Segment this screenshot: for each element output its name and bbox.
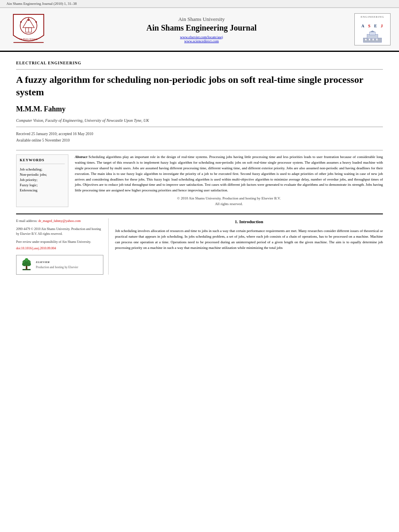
keyword-3: Job priority; bbox=[20, 178, 65, 182]
abstract-copyright: © 2010 Ain Shams University. Production … bbox=[75, 196, 383, 207]
asej-a1: A bbox=[362, 24, 365, 28]
journal-bar: Ain Shams Engineering Journal (2010) 1, … bbox=[0, 0, 399, 8]
elsevier-text: ELSEVIER Production and hosting by Elsev… bbox=[36, 260, 78, 269]
keywords-title: KEYWORDS bbox=[20, 158, 65, 164]
journal-link-2[interactable]: www.sciencedirect.com bbox=[51, 39, 352, 43]
email-label: E-mail address: bbox=[16, 219, 37, 223]
intro-text: Job scheduling involves allocation of re… bbox=[115, 228, 383, 251]
svg-marker-12 bbox=[370, 31, 376, 32]
svg-point-4 bbox=[20, 21, 22, 23]
svg-point-24 bbox=[25, 258, 28, 261]
svg-point-5 bbox=[35, 21, 37, 23]
asej-top-label: ENGINEERING bbox=[361, 15, 384, 18]
asej-e: E bbox=[374, 24, 378, 28]
svg-point-6 bbox=[28, 19, 29, 21]
asej-logo: ENGINEERING A S E J bbox=[354, 13, 391, 45]
keyword-4: Fuzzy logic; bbox=[20, 183, 65, 187]
doi-link[interactable]: doi:10.1016/j.asej.2010.09.004 bbox=[16, 246, 56, 250]
journal-citation: Ain Shams Engineering Journal (2010) 1, … bbox=[6, 2, 77, 6]
peer-review: Peer review under responsibility of Ain … bbox=[16, 240, 103, 244]
asej-j: J bbox=[380, 24, 383, 28]
svg-text:Ain Shams University: Ain Shams University bbox=[20, 38, 38, 40]
divider-3 bbox=[16, 150, 383, 150]
footer-notes: E-mail address: dr_maged_fahmy@yahoo.com… bbox=[16, 218, 383, 275]
intro-heading: 1. Introduction bbox=[115, 218, 383, 225]
asej-s: S bbox=[368, 24, 371, 28]
footer-left: E-mail address: dr_maged_fahmy@yahoo.com… bbox=[16, 218, 109, 275]
introduction-column: 1. Introduction Job scheduling involves … bbox=[115, 218, 383, 251]
footer-copyright-text: 2090-4479 © 2010 Ain Shams University. P… bbox=[16, 227, 101, 236]
svg-point-21 bbox=[26, 262, 31, 266]
abstract-label: Abstract bbox=[75, 155, 87, 159]
asej-logo-container: ENGINEERING A S E J bbox=[352, 11, 393, 47]
svg-point-22 bbox=[23, 261, 25, 263]
keywords-box: KEYWORDS Job scheduling; Non-periodic jo… bbox=[16, 154, 68, 207]
svg-rect-11 bbox=[370, 32, 376, 35]
keyword-2: Non-periodic jobs; bbox=[20, 173, 65, 177]
header-center: Ain Shams University Ain Shams Engineeri… bbox=[51, 16, 352, 43]
main-content: ELECTRICAL ENGINEERING A fuzzy algorithm… bbox=[0, 52, 399, 279]
email-section: E-mail address: dr_maged_fahmy@yahoo.com bbox=[16, 218, 103, 224]
svg-rect-8 bbox=[13, 42, 44, 43]
asej-letters: A S E J bbox=[362, 19, 384, 30]
paper-title: A fuzzy algorithm for scheduling non-per… bbox=[16, 74, 383, 99]
affiliation: Computer Vision, Faculty of Engineering,… bbox=[16, 118, 383, 123]
peer-review-text: Peer review under responsibility of Ain … bbox=[16, 240, 91, 244]
header: Ain Shams University Ain Shams Universit… bbox=[0, 8, 399, 52]
received-date: Received 25 January 2010; accepted 16 Ma… bbox=[16, 131, 383, 137]
journal-links: www.elsevier.com/locate/asej www.science… bbox=[51, 35, 352, 43]
rights-text: All rights reserved. bbox=[215, 202, 243, 206]
author-name: M.M.M. Fahmy bbox=[16, 105, 383, 113]
journal-link-1[interactable]: www.elsevier.com/locate/asej bbox=[51, 35, 352, 39]
svg-rect-14 bbox=[369, 39, 370, 41]
svg-rect-16 bbox=[376, 39, 378, 41]
university-name: Ain Shams University bbox=[51, 16, 352, 23]
abstract-body: Scheduling algorithms play an important … bbox=[75, 155, 383, 193]
asej-building-icon bbox=[360, 31, 385, 43]
divider-1 bbox=[16, 69, 383, 70]
journal-name: Ain Shams Engineering Journal bbox=[51, 23, 352, 33]
dates: Received 25 January 2010; accepted 16 Ma… bbox=[16, 131, 383, 143]
elsevier-box: ELSEVIER Production and hosting by Elsev… bbox=[16, 255, 103, 275]
section-label: ELECTRICAL ENGINEERING bbox=[16, 61, 383, 65]
page: Ain Shams Engineering Journal (2010) 1, … bbox=[0, 0, 399, 532]
elsevier-label: Production and hosting by Elsevier bbox=[36, 265, 78, 269]
university-shield-icon: Ain Shams University bbox=[8, 12, 49, 47]
online-date: Available online 5 November 2010 bbox=[16, 138, 383, 144]
footer-copyright: 2090-4479 © 2010 Ain Shams University. P… bbox=[16, 227, 103, 236]
elsevier-logo-icon bbox=[21, 258, 33, 272]
svg-rect-15 bbox=[372, 39, 374, 41]
keyword-5: Enferencing bbox=[20, 188, 65, 192]
svg-rect-13 bbox=[365, 39, 367, 41]
doi-section: doi:10.1016/j.asej.2010.09.004 bbox=[16, 246, 103, 251]
major-divider bbox=[16, 214, 383, 214]
copyright-text: © 2010 Ain Shams University. Production … bbox=[177, 196, 280, 200]
abstract-section: KEYWORDS Job scheduling; Non-periodic jo… bbox=[16, 154, 383, 207]
keyword-1: Job scheduling; bbox=[20, 167, 65, 171]
divider-2 bbox=[16, 127, 383, 127]
svg-point-23 bbox=[28, 261, 31, 263]
email-link[interactable]: dr_maged_fahmy@yahoo.com bbox=[38, 219, 80, 223]
abstract-text: Abstract Scheduling algorithms play an i… bbox=[75, 154, 383, 207]
university-logo: Ain Shams University bbox=[6, 11, 51, 47]
